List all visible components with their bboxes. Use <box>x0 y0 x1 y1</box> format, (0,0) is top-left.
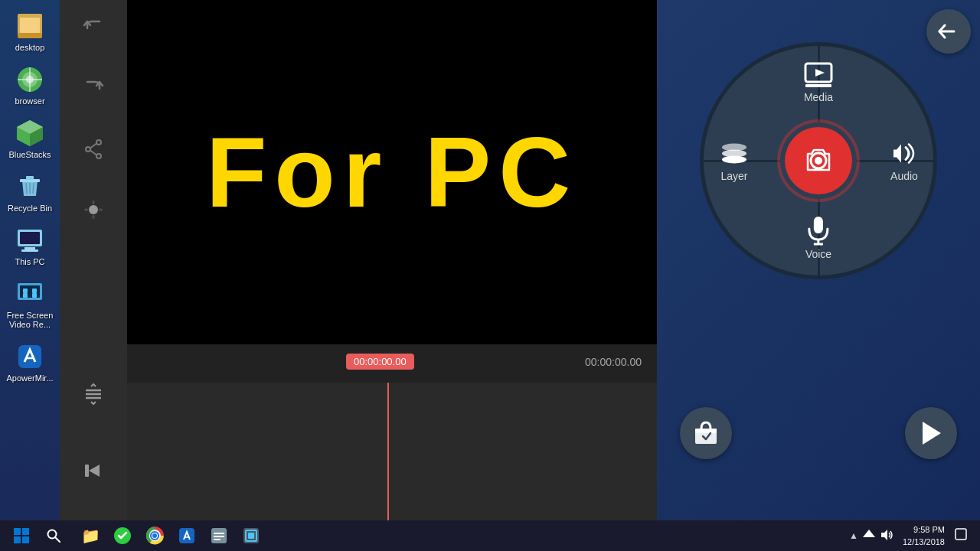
svg-rect-18 <box>23 289 28 293</box>
desktop-icon-recycle-bin[interactable]: Recycle Bin <box>3 168 57 216</box>
svg-rect-2 <box>18 33 42 38</box>
play-button[interactable] <box>905 407 957 459</box>
recycle-bin-label: Recycle Bin <box>8 204 52 213</box>
apowermirror-icon <box>15 341 45 372</box>
shop-button[interactable] <box>680 407 732 459</box>
svg-marker-67 <box>863 530 875 537</box>
svg-rect-69 <box>956 529 966 540</box>
svg-marker-46 <box>923 422 941 445</box>
svg-rect-19 <box>32 289 37 293</box>
svg-rect-63 <box>214 539 220 540</box>
desktop-icon-bluestacks[interactable]: BlueStacks <box>3 115 57 162</box>
media-label: Media <box>804 91 833 103</box>
tray-icons: ▲ <box>849 529 893 543</box>
expand-tracks-button[interactable] <box>77 377 110 411</box>
svg-point-57 <box>152 533 157 538</box>
voice-label: Voice <box>805 248 831 260</box>
taskbar: 📁 <box>0 520 980 551</box>
browser-icon <box>15 64 45 95</box>
taskbar-apps: 📁 <box>70 520 266 551</box>
svg-rect-15 <box>21 249 38 252</box>
desktop-sidebar: desktop browser BlueStacks <box>0 0 60 520</box>
total-timecode: 00:00:00.00 <box>585 356 642 368</box>
system-tray: ▲ 9:58 PM 12/13/2018 <box>849 523 974 549</box>
playhead-timecode: 00:00:00.00 <box>346 354 414 370</box>
browser-icon-label: browser <box>15 96 44 106</box>
svg-rect-31 <box>85 465 89 477</box>
audio-label: Audio <box>890 170 918 182</box>
svg-rect-17 <box>20 285 40 298</box>
rewind-button[interactable] <box>77 454 110 487</box>
svg-point-24 <box>96 154 101 158</box>
desktop-icon-this-pc[interactable]: This PC <box>3 222 57 269</box>
svg-rect-48 <box>22 528 29 535</box>
layer-label: Layer <box>720 170 747 182</box>
notification-button[interactable] <box>954 527 968 544</box>
taskbar-app2[interactable] <box>204 520 234 551</box>
playhead-line <box>387 383 389 520</box>
svg-rect-11 <box>26 176 34 180</box>
right-panel: Media Layer Audio <box>657 0 980 520</box>
svg-marker-68 <box>881 530 887 540</box>
tray-network[interactable] <box>863 530 875 543</box>
desktop-icon-apowermirror[interactable]: ApowerMir... <box>3 338 57 386</box>
svg-rect-62 <box>214 536 224 537</box>
desktop-icon-browser[interactable]: browser <box>3 61 57 109</box>
svg-point-43 <box>815 157 822 165</box>
svg-line-27 <box>90 151 96 155</box>
layer-button[interactable]: Layer <box>719 140 750 182</box>
free-screen-label: Free Screen Video Re... <box>6 311 54 329</box>
svg-rect-61 <box>214 533 224 534</box>
timeline-header: 00:00:00.00 00:00:00.00 <box>127 344 657 383</box>
redo-button[interactable] <box>77 72 110 106</box>
svg-rect-47 <box>14 528 21 535</box>
desktop-icon-free-screen[interactable]: Free Screen Video Re... <box>3 276 57 332</box>
svg-rect-50 <box>22 536 29 543</box>
this-pc-icon <box>15 225 45 256</box>
taskbar-clock[interactable]: 9:58 PM 12/13/2018 <box>903 523 945 549</box>
video-preview: For PC <box>127 0 657 344</box>
svg-rect-35 <box>805 84 831 87</box>
timeline-left-toolbar <box>60 344 127 520</box>
taskbar-chrome[interactable] <box>139 520 170 551</box>
record-button[interactable] <box>785 127 852 194</box>
taskbar-app-mirror[interactable] <box>172 520 202 551</box>
free-screen-icon <box>15 279 45 309</box>
svg-point-38 <box>722 156 746 164</box>
svg-line-26 <box>90 144 96 148</box>
media-button[interactable]: Media <box>803 61 834 103</box>
preview-text-label: For PC <box>206 115 578 230</box>
desktop-icon-desktop[interactable]: desktop <box>3 8 57 55</box>
taskbar-file-explorer[interactable]: 📁 <box>75 520 106 551</box>
timeline-area: 00:00:00.00 00:00:00.00 <box>127 344 657 520</box>
settings-button[interactable] <box>77 193 110 227</box>
svg-point-23 <box>96 140 101 145</box>
tray-volume[interactable] <box>880 529 893 543</box>
tray-up-arrow[interactable]: ▲ <box>849 530 858 541</box>
svg-rect-66 <box>248 533 254 539</box>
svg-rect-14 <box>24 247 35 249</box>
bluestacks-icon-label: BlueStacks <box>8 150 51 159</box>
taskbar-app3[interactable] <box>236 520 266 551</box>
svg-rect-49 <box>14 536 21 543</box>
apowermirror-label: ApowerMir... <box>6 373 53 383</box>
share-button[interactable] <box>77 132 110 166</box>
taskbar-kaspersky[interactable] <box>107 520 138 551</box>
audio-button[interactable]: Audio <box>890 140 918 182</box>
desktop-file-icon <box>15 11 45 41</box>
start-button[interactable] <box>6 520 37 551</box>
svg-rect-20 <box>23 293 28 298</box>
svg-rect-1 <box>20 18 40 33</box>
taskbar-search-button[interactable] <box>40 522 67 549</box>
recycle-bin-icon <box>15 171 45 202</box>
svg-line-52 <box>55 537 60 542</box>
timeline-track[interactable] <box>127 383 657 520</box>
desktop-icon-label: desktop <box>15 43 45 52</box>
svg-rect-39 <box>814 217 823 233</box>
undo-button[interactable] <box>77 11 110 45</box>
this-pc-label: This PC <box>15 257 44 266</box>
bluestacks-icon <box>15 118 45 148</box>
voice-button[interactable]: Voice <box>805 215 831 260</box>
svg-point-25 <box>86 147 90 152</box>
bottom-controls <box>657 407 980 459</box>
